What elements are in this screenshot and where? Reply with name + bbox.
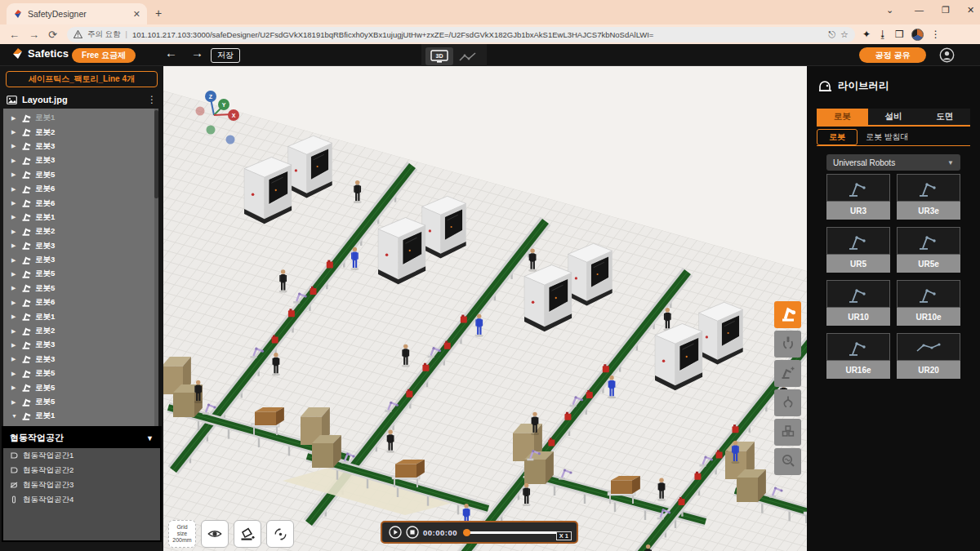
timeline-track[interactable] — [465, 531, 570, 534]
tool-robot-arm-button[interactable] — [774, 301, 801, 328]
url-bar[interactable]: 주의 요함 | 101.101.217.103:3000/safeDesigne… — [67, 27, 855, 42]
tool-gripper-button[interactable] — [774, 331, 801, 358]
tool-claw-button[interactable] — [774, 389, 801, 416]
workspace-item[interactable]: 협동작업공간1 — [3, 448, 160, 463]
reload-icon[interactable]: ⟳ — [48, 29, 57, 41]
caret-collapsed-icon[interactable]: ▶ — [11, 328, 17, 335]
caret-collapsed-icon[interactable]: ▶ — [11, 356, 17, 362]
redo-arrow-icon[interactable]: → — [191, 47, 203, 59]
robot-card-UR10[interactable]: UR10 — [826, 280, 890, 326]
reading-list-icon[interactable]: ❒ — [895, 29, 904, 40]
undo-arrow-icon[interactable]: ← — [165, 47, 177, 59]
grid-size-button[interactable]: Grid size 200mm — [168, 520, 196, 548]
caret-collapsed-icon[interactable]: ▶ — [11, 200, 17, 207]
workspace-item[interactable]: 협동작업공간3 — [3, 478, 160, 492]
window-maximize-icon[interactable]: ❐ — [942, 5, 950, 16]
tree-item[interactable]: ▶ 로봇3 — [3, 338, 158, 352]
tree-item[interactable]: ▶ 로봇6 — [3, 295, 158, 309]
caret-collapsed-icon[interactable]: ▶ — [11, 214, 17, 220]
user-profile-icon[interactable] — [939, 47, 955, 63]
caret-collapsed-icon[interactable]: ▶ — [11, 158, 17, 164]
caret-collapsed-icon[interactable]: ▶ — [11, 242, 17, 249]
robot-card-UR16e[interactable]: UR16e — [826, 333, 890, 379]
tree-item[interactable]: ▶ 로봇1 — [3, 309, 158, 323]
tree-item[interactable]: ▶ 로봇3 — [3, 353, 158, 367]
stop-button[interactable] — [406, 526, 419, 539]
back-icon[interactable]: ← — [9, 29, 20, 41]
caret-collapsed-icon[interactable]: ▶ — [11, 342, 17, 349]
library-tab-로봇[interactable]: 로봇 — [817, 109, 868, 125]
tree-item[interactable]: ▶ 로봇6 — [3, 196, 158, 210]
caret-collapsed-icon[interactable]: ▶ — [11, 371, 17, 377]
library-tab-설비[interactable]: 설비 — [868, 109, 920, 125]
caret-collapsed-icon[interactable]: ▶ — [11, 171, 17, 178]
tree-item[interactable]: ▶ 로봇5 — [3, 282, 158, 295]
robot-card-UR10e[interactable]: UR10e — [897, 280, 960, 326]
chart-line-icon[interactable] — [458, 51, 478, 64]
tree-item[interactable]: ▶ 로봇5 — [3, 380, 158, 394]
tree-item[interactable]: ▶ 로봇3 — [3, 140, 158, 153]
project-button[interactable]: 세이프틱스_팩토리_Line 4개 — [6, 71, 158, 87]
caret-collapsed-icon[interactable]: ▶ — [11, 271, 17, 278]
caret-collapsed-icon[interactable]: ▶ — [11, 285, 17, 291]
viewport-3d[interactable]: Z Y X Grid size 200mm — [163, 66, 807, 551]
bookmark-star-icon[interactable]: ☆ — [840, 29, 849, 40]
tree-item[interactable]: ▶ 로봇2 — [3, 125, 158, 139]
tree-item[interactable]: ▶ 로봇5 — [3, 367, 158, 380]
paint-fill-button[interactable] — [234, 520, 261, 548]
window-minimize-icon[interactable]: — — [915, 5, 924, 15]
tree-item[interactable]: ▶ 로봇3 — [3, 239, 158, 253]
tree-item[interactable]: ▶ 로봇2 — [3, 324, 158, 338]
tab-close-icon[interactable]: ✕ — [133, 9, 140, 20]
vendor-dropdown[interactable]: Universal Robots ▼ — [826, 154, 960, 171]
browser-menu-icon[interactable]: ⋮ — [931, 29, 941, 40]
process-share-button[interactable]: 공정 공유 — [859, 47, 926, 63]
tree-scrollbar-thumb[interactable] — [154, 110, 158, 198]
tree-item[interactable]: ▶ 로봇2 — [3, 224, 158, 238]
tree-item[interactable]: ▶ 로봇1 — [3, 211, 158, 224]
subtab-robot[interactable]: 로봇 — [817, 129, 858, 145]
timeline-handle[interactable] — [463, 529, 470, 536]
save-button[interactable]: 저장 — [211, 48, 240, 63]
view-3d-button[interactable]: 3D — [425, 47, 453, 65]
subtab-robot-stand[interactable]: 로봇 받침대 — [866, 131, 909, 143]
new-tab-button[interactable]: + — [155, 7, 162, 20]
window-chevron-icon[interactable]: ⌄ — [886, 5, 893, 16]
caret-collapsed-icon[interactable]: ▶ — [11, 300, 17, 306]
tree-item[interactable]: ▶ 로봇5 — [3, 168, 158, 182]
browser-tab[interactable]: SafetyDesigner ✕ — [7, 3, 147, 24]
visibility-button[interactable] — [201, 520, 229, 548]
tree-item[interactable]: ▶ 로봇1 — [3, 111, 158, 125]
caret-collapsed-icon[interactable]: ▶ — [11, 257, 17, 264]
caret-collapsed-icon[interactable]: ▶ — [11, 115, 17, 122]
orbit-reset-button[interactable] — [266, 520, 294, 548]
tree-item[interactable]: ▼ 로봇1 — [3, 409, 158, 423]
tree-item[interactable]: ▶ 로봇6 — [3, 182, 158, 196]
caret-collapsed-icon[interactable]: ▶ — [11, 384, 17, 391]
caret-collapsed-icon[interactable]: ▶ — [11, 399, 17, 406]
browser-profile-avatar[interactable] — [911, 29, 924, 41]
layout-menu-icon[interactable]: ⋮ — [147, 94, 157, 105]
tree-item[interactable]: ▶ 로봇5 — [3, 267, 158, 281]
caret-collapsed-icon[interactable]: ▶ — [11, 313, 17, 320]
layout-header-row[interactable]: Layout.jpg ⋮ — [0, 91, 163, 109]
robot-card-UR5e[interactable]: UR5e — [897, 227, 960, 273]
caret-collapsed-icon[interactable]: ▶ — [11, 186, 17, 193]
workspace-item[interactable]: 협동작업공간2 — [3, 463, 160, 478]
caret-expanded-icon[interactable]: ▼ — [11, 413, 17, 419]
extension-icon[interactable]: ✦ — [862, 29, 871, 40]
robot-card-UR3[interactable]: UR3 — [826, 174, 890, 220]
tool-search-wave-button[interactable] — [774, 448, 801, 475]
caret-collapsed-icon[interactable]: ▶ — [11, 143, 17, 149]
share-page-icon[interactable]: ⎋ — [828, 29, 835, 40]
tree-item[interactable]: ▶ 로봇3 — [3, 153, 158, 167]
workspace-item[interactable]: 협동작업공간4 — [3, 492, 160, 507]
robot-card-UR3e[interactable]: UR3e — [897, 174, 960, 220]
caret-collapsed-icon[interactable]: ▶ — [11, 229, 17, 235]
download-icon[interactable]: ⭳ — [878, 29, 888, 40]
window-close-icon[interactable]: ✕ — [967, 5, 974, 16]
play-button[interactable] — [389, 526, 402, 539]
library-tab-도면[interactable]: 도면 — [919, 109, 970, 125]
robot-card-UR20[interactable]: UR20 — [897, 333, 960, 379]
caret-collapsed-icon[interactable]: ▶ — [11, 129, 17, 136]
